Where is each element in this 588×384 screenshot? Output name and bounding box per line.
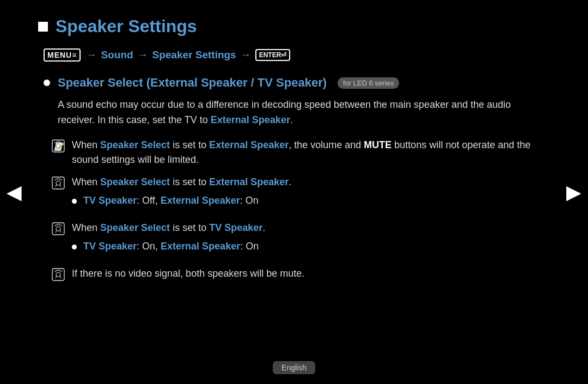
section-description: A sound echo may occur due to a differen… (58, 97, 544, 128)
sub-bullet-dot-1 (72, 199, 77, 204)
svg-point-4 (56, 181, 60, 185)
section-title: Speaker Select (External Speaker / TV Sp… (58, 76, 327, 90)
sub-bullet-dot-2 (72, 245, 77, 249)
breadcrumb-arrow-1: → (86, 49, 96, 61)
note-text-1: When Speaker Select is set to External S… (72, 138, 544, 167)
breadcrumb-sound: Sound (101, 49, 133, 61)
menu-icon: MENU≡ (44, 48, 81, 62)
breadcrumb-arrow-3: → (241, 49, 251, 61)
enter-icon: ENTER⏎ (255, 49, 291, 61)
breadcrumb: MENU≡ → Sound → Speaker Settings → ENTER… (44, 48, 544, 62)
language-badge[interactable]: English (273, 361, 315, 374)
note-text-4: If there is no video signal, both speake… (72, 266, 304, 281)
section-bullet (44, 80, 50, 86)
section-header: Speaker Select (External Speaker / TV Sp… (44, 76, 544, 90)
page-container: Speaker Settings MENU≡ → Sound → Speaker… (0, 0, 588, 384)
title-row: Speaker Settings (38, 16, 544, 36)
sub-bullet-text-2: TV Speaker: On, External Speaker: On (83, 241, 259, 252)
note-text-3: When Speaker Select is set to TV Speaker… (72, 221, 265, 235)
sub-bullet-row-2: TV Speaker: On, External Speaker: On (72, 241, 265, 252)
note-row-2: When Speaker Select is set to External S… (51, 175, 544, 213)
title-square-icon (38, 22, 48, 32)
external-speaker-highlight-1: External Speaker (211, 114, 290, 125)
note-icon-4 (51, 267, 65, 284)
breadcrumb-speaker-settings: Speaker Settings (152, 49, 236, 61)
nav-right-button[interactable]: ▶ (566, 181, 581, 204)
page-title: Speaker Settings (56, 16, 197, 36)
svg-point-8 (56, 272, 60, 277)
series-badge: for LED 6 series (338, 77, 399, 89)
note-icon-2 (51, 176, 65, 192)
nav-left-button[interactable]: ◀ (7, 181, 22, 204)
breadcrumb-arrow-2: → (138, 49, 148, 61)
note-row-4: If there is no video signal, both speake… (51, 266, 544, 284)
note-text-2: When Speaker Select is set to External S… (72, 175, 291, 190)
svg-point-6 (56, 227, 60, 231)
note-row-3: When Speaker Select is set to TV Speaker… (51, 221, 544, 259)
note-icon-3 (51, 222, 65, 238)
main-content: Speaker Select (External Speaker / TV Sp… (44, 76, 544, 284)
sub-bullet-row-1: TV Speaker: Off, External Speaker: On (72, 195, 291, 206)
note-icon-1: 📝 (51, 139, 65, 155)
note-row-1: 📝 When Speaker Select is set to External… (51, 138, 544, 167)
sub-bullet-text-1: TV Speaker: Off, External Speaker: On (83, 195, 259, 206)
